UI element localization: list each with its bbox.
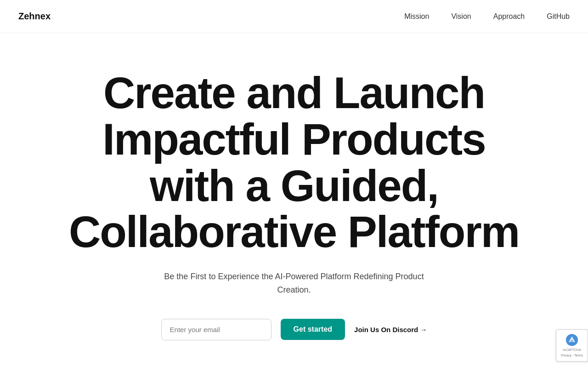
nav-link-approach[interactable]: Approach xyxy=(493,12,525,20)
nav-link-vision[interactable]: Vision xyxy=(451,12,471,20)
hero-heading: Create and Launch Impactful Products wit… xyxy=(69,70,519,255)
nav-logo[interactable]: Zehnex xyxy=(18,11,51,22)
recaptcha-badge: reCAPTCHA Privacy - Terms xyxy=(556,329,588,362)
hero-actions: Get started Join Us On Discord → xyxy=(161,319,427,340)
discord-link[interactable]: Join Us On Discord → xyxy=(354,326,427,334)
nav-link-github[interactable]: GitHub xyxy=(547,12,570,20)
recaptcha-text: reCAPTCHA xyxy=(563,348,581,352)
email-input[interactable] xyxy=(161,319,271,340)
recaptcha-logo-icon xyxy=(565,334,578,346)
recaptcha-privacy-terms: Privacy - Terms xyxy=(561,353,583,357)
get-started-button[interactable]: Get started xyxy=(281,319,345,340)
navbar: Zehnex Mission Vision Approach GitHub xyxy=(0,0,588,33)
nav-links: Mission Vision Approach GitHub xyxy=(404,12,570,21)
hero-section: Create and Launch Impactful Products wit… xyxy=(0,33,588,368)
svg-point-2 xyxy=(571,340,573,342)
nav-link-mission[interactable]: Mission xyxy=(404,12,429,20)
hero-subtitle: Be the First to Experience the AI-Powere… xyxy=(152,270,436,297)
